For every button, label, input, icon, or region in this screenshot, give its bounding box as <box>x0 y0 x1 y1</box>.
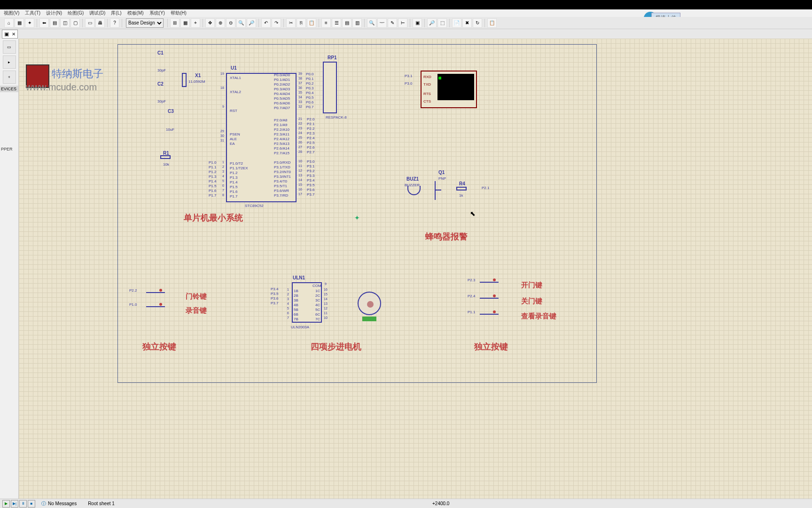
r1-val: 10k <box>163 162 169 167</box>
zoomarea-icon[interactable]: 🔎 <box>247 18 256 28</box>
menu-debug[interactable]: 调试(D) <box>89 10 105 16</box>
close-icon[interactable]: ✕ <box>12 32 16 37</box>
search-icon[interactable]: 🔍 <box>367 18 376 28</box>
resistor-r4[interactable] <box>456 187 467 190</box>
tag-icon[interactable]: ⬚ <box>437 18 447 28</box>
home-icon[interactable]: ⌂ <box>4 18 14 28</box>
p05-pin: P0.5/AD5 <box>274 96 290 101</box>
new-icon[interactable]: ▦ <box>15 18 24 28</box>
selection-icon[interactable]: ▭ <box>3 40 16 54</box>
p02-pin: P0.2/AD2 <box>274 82 290 87</box>
p27-pin: P2.7/A15 <box>274 151 289 155</box>
pen-icon[interactable]: ✎ <box>388 18 397 28</box>
x1-label: X1 <box>195 73 201 78</box>
pin-38: 38 <box>298 77 302 80</box>
schematic-tab[interactable]: ▣ ✕ <box>2 30 18 39</box>
p37-net: P3.7 <box>307 192 314 197</box>
coord-display: +2400.0 <box>432 501 449 506</box>
refresh-icon[interactable]: ↻ <box>473 18 482 28</box>
print-icon[interactable]: 🖶 <box>95 18 105 28</box>
menu-bar[interactable]: 视图(V) 工具(T) 设计(N) 绘图(G) 调试(D) 库(L) 模板(M)… <box>0 9 812 17</box>
schematic-canvas[interactable]: 特纳斯电子 www.mcude.com U1 STC89C52 XTAL1 XT… <box>19 39 812 499</box>
alignh-icon[interactable]: ☰ <box>332 18 341 28</box>
newdoc-icon[interactable]: 📄 <box>452 18 461 28</box>
pin-7: 7 <box>222 189 224 192</box>
design-combo[interactable]: Base Design <box>126 18 164 28</box>
pin-27: 27 <box>298 145 302 149</box>
snap-icon[interactable]: ⊞ <box>170 18 180 28</box>
menu-view[interactable]: 视图(V) <box>4 10 19 16</box>
p16-net: P1.6 <box>209 189 216 193</box>
wire-icon[interactable]: 〰 <box>377 18 387 28</box>
menu-help[interactable]: 帮助(H) <box>171 10 187 16</box>
p06-net: P0.6 <box>306 100 313 104</box>
zoomfit-icon[interactable]: 🔍 <box>236 18 246 28</box>
save-icon[interactable]: ✦ <box>25 18 34 28</box>
report-icon[interactable]: 📋 <box>487 18 497 28</box>
play-icon[interactable]: ▶ <box>2 500 10 508</box>
doorbell-button[interactable] <box>146 290 165 296</box>
paste-icon[interactable]: 📋 <box>307 18 316 28</box>
uln-pin2: 2 <box>287 293 289 296</box>
pause-icon[interactable]: ⏸ <box>19 500 27 508</box>
find-icon[interactable]: 🔎 <box>427 18 437 28</box>
uln-7c: 7C <box>315 317 320 321</box>
disth-icon[interactable]: ▥ <box>352 18 362 28</box>
import-icon[interactable]: ⬅ <box>39 18 49 28</box>
page-icon[interactable]: ▢ <box>70 18 80 28</box>
respack[interactable] <box>323 62 337 113</box>
menu-lib[interactable]: 库(L) <box>111 10 121 16</box>
p02-net: P0.2 <box>306 81 313 86</box>
resistor-r1[interactable] <box>160 155 171 159</box>
component-icon[interactable]: ▸ <box>3 56 16 69</box>
compile-icon[interactable]: ▣ <box>413 18 422 28</box>
respack-label: RESPACK-8 <box>326 115 347 119</box>
origin-icon[interactable]: + <box>191 18 200 28</box>
menu-draw[interactable]: 绘图(G) <box>68 10 84 16</box>
pan-icon[interactable]: ✥ <box>205 18 215 28</box>
close-label: 关门键 <box>521 297 542 306</box>
mcu-section: 单片机最小系统 <box>184 212 243 223</box>
help-icon[interactable]: ? <box>110 18 119 28</box>
grid-icon[interactable]: ▤ <box>50 18 59 28</box>
wire-tool-icon[interactable]: + <box>3 71 16 84</box>
device-item[interactable]: PPER <box>0 146 18 152</box>
stop-icon[interactable]: ■ <box>28 500 35 508</box>
buzzer-icon[interactable] <box>407 186 421 195</box>
p36-net: P3.6 <box>307 188 314 192</box>
stepper-motor[interactable] <box>358 292 381 315</box>
p01-pin: P0.1/AD1 <box>274 78 290 82</box>
pin-19: 19 <box>220 72 224 75</box>
copy-icon[interactable]: ⎘ <box>297 18 306 28</box>
view-button[interactable] <box>480 312 499 318</box>
xtal2-label: XTAL2 <box>230 90 241 94</box>
distv-icon[interactable]: ▤ <box>342 18 351 28</box>
menu-template[interactable]: 模板(M) <box>127 10 144 16</box>
menu-design[interactable]: 设计(N) <box>46 10 62 16</box>
zoomin-icon[interactable]: ⊕ <box>216 18 225 28</box>
transistor-q1[interactable] <box>428 181 442 200</box>
undo-icon[interactable]: ↶ <box>261 18 271 28</box>
redo-icon[interactable]: ↷ <box>272 18 281 28</box>
menu-system[interactable]: 系统(Y) <box>149 10 165 16</box>
record-button[interactable] <box>146 304 165 310</box>
c1-label: C1 <box>157 50 164 56</box>
terminal-icon[interactable]: ⊢ <box>398 18 407 28</box>
alignv-icon[interactable]: ≡ <box>321 18 331 28</box>
menu-tools[interactable]: 工具(T) <box>25 10 40 16</box>
area-icon[interactable]: ◫ <box>60 18 70 28</box>
close-button[interactable] <box>480 296 499 302</box>
crystal-icon[interactable] <box>182 73 187 87</box>
uln-pin14: 14 <box>324 297 328 301</box>
zoomout-icon[interactable]: ⊖ <box>226 18 235 28</box>
open-button[interactable] <box>480 280 499 286</box>
cut-icon[interactable]: ✂ <box>286 18 296 28</box>
txd-label: TXD <box>423 82 431 87</box>
grid2-icon[interactable]: ▦ <box>180 18 190 28</box>
uln-model: ULN2003A <box>291 325 309 329</box>
step-icon[interactable]: ▶| <box>11 500 18 508</box>
delete-icon[interactable]: ✖ <box>462 18 472 28</box>
motor-indicator <box>362 317 376 321</box>
ale-label: ALE <box>230 137 237 141</box>
doc-icon[interactable]: ▭ <box>85 18 94 28</box>
